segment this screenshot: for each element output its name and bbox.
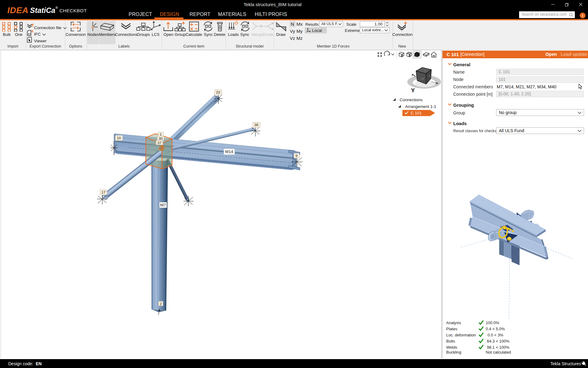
svg-text:9: 9 [296, 154, 297, 158]
svg-text:Connections: Connections [400, 98, 423, 102]
svg-text:z: z [424, 69, 426, 72]
svg-text:s: s [429, 74, 430, 77]
svg-text:C 101: C 101 [411, 111, 422, 115]
svg-text:37: 37 [157, 141, 161, 145]
svg-text:23: 23 [216, 90, 220, 94]
svg-text:Arrangement 1-1: Arrangement 1-1 [405, 104, 436, 109]
svg-text:17: 17 [102, 190, 106, 194]
svg-text:Y: Y [411, 87, 415, 94]
svg-text:IFC: IFC [28, 33, 31, 35]
svg-text:+Y: +Y [421, 77, 424, 80]
svg-text:M14: M14 [225, 149, 233, 154]
svg-text:10: 10 [117, 136, 121, 140]
svg-text:36: 36 [254, 123, 258, 127]
svg-text:30: 30 [159, 137, 163, 140]
svg-text:1: 1 [160, 132, 162, 136]
svg-text:2: 2 [160, 302, 162, 306]
svg-text:M7: M7 [160, 203, 166, 207]
